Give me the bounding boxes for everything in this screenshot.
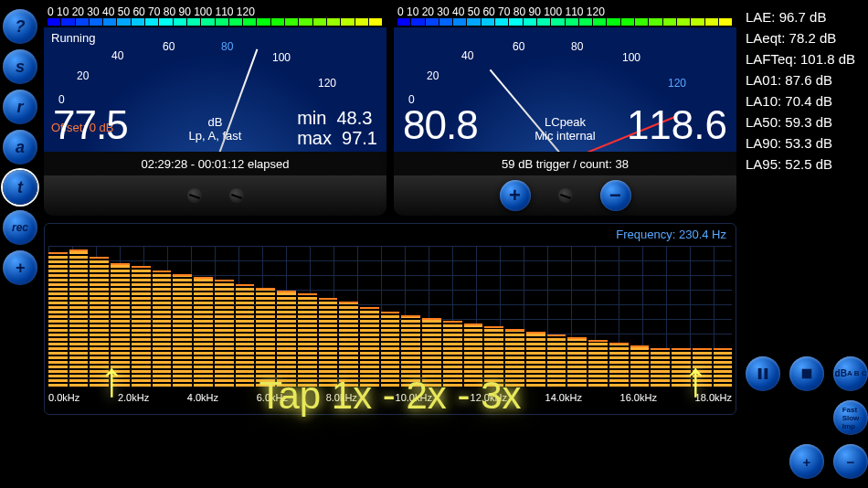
tap-hint: Tap 1x - 2x - 3x	[259, 374, 521, 418]
zoom-plus-button[interactable]: +	[789, 444, 824, 479]
scale-strip-right: 0 10 20 30 40 50 60 70 80 90 100 110 120	[394, 5, 736, 27]
scale-ticks: 0 10 20 30 40 50 60 70 80 90 100 110 120	[397, 5, 605, 18]
r-button[interactable]: r	[3, 90, 37, 124]
stat-lae: LAE: 96.7 dB	[746, 9, 863, 25]
frequency-label: Frequency: 230.4 Hz	[616, 228, 726, 241]
a-button[interactable]: a	[3, 130, 37, 164]
time-weighting-button[interactable]: FastSlowImp	[833, 400, 868, 435]
stop-button[interactable]	[789, 356, 824, 391]
stats-panel: LAE: 96.7 dB LAeqt: 78.2 dB LAFTeq: 101.…	[740, 0, 868, 488]
screw-icon	[187, 188, 202, 203]
spectrum-bars	[48, 249, 732, 387]
scale-ticks: 0 10 20 30 40 50 60 70 80 90 100 110 120	[48, 5, 255, 18]
status-running: Running	[51, 31, 95, 45]
trigger-plus-button[interactable]: +	[500, 180, 531, 211]
svg-rect-0	[758, 368, 762, 379]
minmax: min 48.3 max 97.1	[297, 108, 377, 148]
ctrl-bar-right: + −	[394, 175, 736, 216]
stat-la90: LA90: 53.3 dB	[746, 135, 863, 151]
plus-button[interactable]: +	[3, 250, 37, 285]
meter-right[interactable]: 0 10 20 30 40 50 60 70 80 90 100 110 120…	[394, 5, 736, 216]
stat-la01: LA01: 87.6 dB	[746, 72, 863, 88]
main-area: 0 10 20 30 40 50 60 70 80 90 100 110 120…	[40, 0, 740, 488]
stat-la10: LA10: 70.4 dB	[746, 93, 863, 109]
stat-la50: LA50: 59.3 dB	[746, 114, 863, 130]
lcpeak-value: 80.8	[403, 102, 478, 148]
stat-laeqt: LAeqt: 78.2 dB	[746, 30, 863, 46]
meter-left[interactable]: 0 10 20 30 40 50 60 70 80 90 100 110 120…	[44, 5, 386, 216]
db-weighting-button[interactable]: dBA B C	[833, 356, 868, 391]
ctrl-bar-left	[44, 175, 386, 216]
help-button[interactable]: ?	[3, 9, 37, 44]
t-button[interactable]: t	[3, 170, 37, 205]
zoom-minus-button[interactable]: −	[833, 444, 868, 479]
stat-lafteq: LAFTeq: 101.8 dB	[746, 51, 863, 67]
svg-rect-1	[765, 368, 768, 379]
screw-icon	[229, 188, 244, 203]
arrow-up-icon: ↑	[683, 350, 708, 407]
scale-strip-left: 0 10 20 30 40 50 60 70 80 90 100 110 120	[44, 5, 386, 27]
elapsed-info: 02:29:28 - 00:01:12 elapsed	[44, 152, 386, 175]
spectrum-analyzer[interactable]: Frequency: 230.4 Hz 0.0kHz2.0kHz4.0kHz6.…	[44, 223, 736, 415]
rec-button[interactable]: rec	[3, 210, 37, 245]
stat-la95: LA95: 52.5 dB	[746, 156, 863, 172]
pause-button[interactable]	[746, 356, 780, 391]
trigger-minus-button[interactable]: −	[600, 180, 631, 211]
s-button[interactable]: s	[3, 49, 37, 84]
spl-value: 77.5	[53, 102, 128, 148]
trigger-info: 59 dB trigger / count: 38	[394, 152, 736, 175]
svg-rect-2	[802, 369, 812, 379]
gauge-right: 0 20 40 60 80 100 120 LCpeakMic internal…	[394, 27, 736, 152]
sidebar: ? s r a t rec +	[0, 0, 40, 488]
screw-icon	[558, 188, 573, 203]
gauge-left: Running 0 20 40 60 80 100 120 dBLp, A, f…	[44, 27, 386, 152]
arrow-up-icon: ↑	[100, 350, 124, 407]
peak-value: 118.6	[627, 102, 727, 148]
